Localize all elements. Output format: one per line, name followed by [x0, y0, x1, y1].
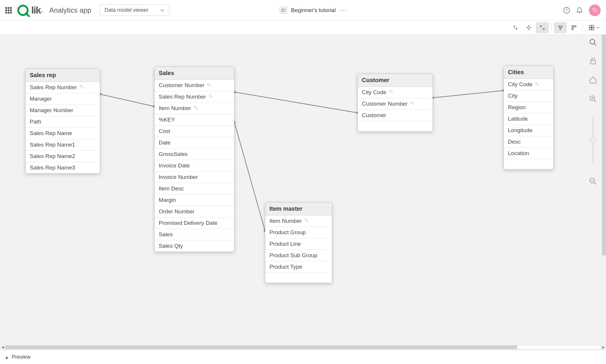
- view-selector-dropdown[interactable]: Data model viewer: [100, 4, 169, 16]
- app-launcher-icon[interactable]: [5, 7, 12, 14]
- table-field[interactable]: Cost: [155, 126, 234, 137]
- data-model-canvas[interactable]: Sales repSales Rep NumberManagerManager …: [0, 35, 606, 350]
- table-item-master[interactable]: Item masterItem NumberProduct GroupProdu…: [265, 202, 332, 283]
- table-sales[interactable]: SalesCustomer NumberSales Rep NumberItem…: [154, 67, 234, 252]
- field-label: Longitude: [508, 127, 532, 134]
- table-field[interactable]: Sales Rep Name1: [26, 139, 100, 151]
- qlik-logo[interactable]: lik .: [17, 4, 42, 17]
- scroll-left-arrow[interactable]: ◀: [0, 345, 5, 349]
- table-header[interactable]: Sales rep: [26, 69, 100, 82]
- table-field[interactable]: Product Group: [265, 227, 332, 238]
- association-edge[interactable]: [234, 92, 357, 113]
- svg-rect-14: [592, 25, 594, 27]
- table-field[interactable]: Item Desc: [155, 183, 234, 195]
- svg-rect-13: [589, 25, 591, 27]
- zoom-in-icon[interactable]: [589, 95, 597, 103]
- table-field[interactable]: %KEY: [155, 114, 234, 126]
- svg-point-25: [590, 39, 595, 44]
- field-label: Manager Number: [30, 107, 73, 114]
- preview-label: Preview: [12, 354, 31, 360]
- lock-layout-icon[interactable]: [589, 57, 597, 65]
- table-field[interactable]: City: [504, 90, 553, 102]
- table-field[interactable]: Product Line: [265, 238, 332, 250]
- table-field[interactable]: Invoice Number: [155, 172, 234, 183]
- table-field[interactable]: Sales Rep Number: [155, 91, 234, 103]
- table-header[interactable]: Item master: [265, 202, 332, 215]
- table-header[interactable]: Sales: [155, 67, 234, 80]
- preview-toggle[interactable]: ▲ Preview: [0, 350, 606, 364]
- table-field[interactable]: Item Number: [265, 215, 332, 227]
- collapse-all-button[interactable]: [509, 22, 522, 33]
- table-field[interactable]: Order Number: [155, 206, 234, 217]
- association-edge[interactable]: [100, 94, 154, 107]
- vertical-scrollbar[interactable]: [602, 35, 606, 350]
- table-field[interactable]: Manager Number: [26, 105, 100, 116]
- svg-rect-4: [282, 11, 284, 11]
- reduce-button[interactable]: [522, 22, 535, 33]
- table-field[interactable]: Margin: [155, 195, 234, 206]
- table-field[interactable]: Date: [155, 137, 234, 149]
- table-field[interactable]: Customer Number: [358, 98, 433, 110]
- table-field[interactable]: Product Type: [265, 261, 332, 273]
- table-field[interactable]: Location: [504, 148, 553, 159]
- table-field[interactable]: GrossSales: [155, 149, 234, 160]
- table-field[interactable]: Sales Rep Name3: [26, 162, 100, 173]
- key-icon: [80, 84, 84, 91]
- table-field[interactable]: Sales Rep Number: [26, 82, 100, 93]
- expand-all-button[interactable]: [536, 22, 549, 33]
- field-spacer: [265, 273, 332, 283]
- bell-icon[interactable]: [576, 7, 583, 14]
- help-icon[interactable]: ?: [563, 7, 570, 14]
- table-field[interactable]: Longitude: [504, 125, 553, 136]
- source-view-button[interactable]: [567, 22, 580, 33]
- association-edge[interactable]: [234, 122, 265, 231]
- table-field[interactable]: Desc: [504, 136, 553, 148]
- more-menu-icon[interactable]: ···: [340, 7, 347, 14]
- table-field[interactable]: Region: [504, 102, 553, 113]
- table-field[interactable]: Path: [26, 116, 100, 128]
- sheet-icon[interactable]: [280, 7, 287, 14]
- table-sales-rep[interactable]: Sales repSales Rep NumberManagerManager …: [25, 69, 100, 174]
- table-field[interactable]: Sales: [155, 229, 234, 240]
- layout-menu-button[interactable]: [585, 22, 603, 33]
- field-label: Item Desc: [159, 185, 184, 192]
- search-icon[interactable]: [589, 38, 597, 46]
- user-avatar[interactable]: TL: [589, 4, 601, 16]
- table-cities[interactable]: CitiesCity CodeCityRegionLatitudeLongitu…: [504, 66, 554, 169]
- table-field[interactable]: Customer: [358, 110, 433, 121]
- field-label: Path: [30, 119, 41, 125]
- table-header[interactable]: Cities: [504, 66, 553, 79]
- table-field[interactable]: Invoice Date: [155, 160, 234, 172]
- app-name-label: Analytics app: [49, 6, 91, 14]
- home-icon[interactable]: [589, 76, 597, 84]
- table-field[interactable]: Product Sub Group: [265, 250, 332, 261]
- table-field[interactable]: Manager: [26, 93, 100, 105]
- zoom-slider-thumb[interactable]: [590, 137, 596, 143]
- triangle-up-icon: ▲: [5, 355, 9, 360]
- table-field[interactable]: City Code: [504, 79, 553, 90]
- table-field[interactable]: Sales Qty: [155, 240, 234, 252]
- table-field[interactable]: Customer Number: [155, 80, 234, 91]
- table-header[interactable]: Customer: [358, 74, 433, 87]
- table-field[interactable]: Sales Rep Name: [26, 128, 100, 139]
- key-icon: [208, 94, 213, 100]
- svg-rect-15: [589, 28, 591, 30]
- field-label: Product Type: [269, 264, 302, 270]
- zoom-slider[interactable]: [592, 117, 594, 164]
- chevron-down-icon: [596, 26, 600, 29]
- internal-view-button[interactable]: [554, 22, 567, 33]
- table-field[interactable]: Latitude: [504, 113, 553, 125]
- table-field[interactable]: Item Number: [155, 103, 234, 114]
- scroll-right-arrow[interactable]: ▶: [601, 345, 606, 349]
- svg-rect-11: [574, 26, 576, 27]
- field-label: Sales Rep Name1: [30, 142, 75, 148]
- table-customer[interactable]: CustomerCity CodeCustomer NumberCustomer: [357, 74, 433, 132]
- table-field[interactable]: Promised Delivery Date: [155, 217, 234, 229]
- association-edge[interactable]: [433, 91, 504, 98]
- horizontal-scrollbar[interactable]: ◀ ▶: [0, 345, 606, 350]
- zoom-out-icon[interactable]: [589, 177, 597, 185]
- table-field[interactable]: City Code: [358, 87, 433, 98]
- field-label: Item Number: [269, 218, 302, 224]
- table-field[interactable]: Sales Rep Name2: [26, 151, 100, 162]
- field-label: Cost: [159, 128, 170, 134]
